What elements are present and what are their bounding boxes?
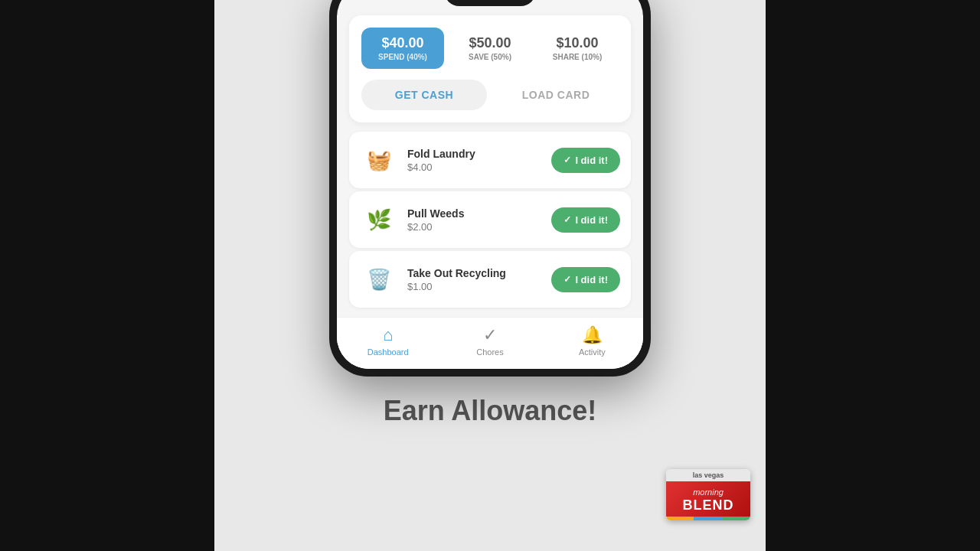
recycling-check-icon: ✓ (564, 274, 571, 285)
fold-laundry-check-icon: ✓ (564, 155, 571, 165)
activity-label: Activity (579, 347, 606, 357)
dashboard-label: Dashboard (368, 347, 409, 357)
get-cash-button[interactable]: GET CASH (361, 80, 487, 110)
share-label: SHARE (10%) (541, 53, 614, 61)
fold-laundry-did-it-label: I did it! (575, 155, 608, 166)
recycling-amount: $1.00 (407, 281, 542, 292)
nav-item-chores[interactable]: ✓ Chores (439, 325, 541, 357)
recycling-icon: 🗑️ (360, 260, 398, 298)
budget-pills: $40.00 SPEND (40%) $50.00 SAVE (50%) $10… (361, 28, 619, 69)
left-black-panel (0, 0, 214, 551)
pull-weeds-check-icon: ✓ (564, 214, 571, 225)
spend-label: SPEND (40%) (366, 53, 439, 61)
nav-item-dashboard[interactable]: ⌂ Dashboard (337, 325, 439, 357)
share-pill[interactable]: $10.00 SHARE (10%) (536, 28, 619, 69)
nav-item-activity[interactable]: 🔔 Activity (541, 325, 643, 357)
fold-laundry-info: Fold Laundry $4.00 (407, 148, 542, 173)
share-amount: $10.00 (541, 35, 614, 51)
activity-icon: 🔔 (582, 325, 603, 345)
recycling-name: Take Out Recycling (407, 267, 542, 279)
chores-label: Chores (476, 347, 503, 357)
recycling-info: Take Out Recycling $1.00 (407, 267, 542, 292)
recycling-did-it-button[interactable]: ✓ I did it! (551, 267, 620, 292)
pull-weeds-did-it-label: I did it! (575, 214, 608, 226)
spend-amount: $40.00 (366, 35, 439, 51)
center-content: $40.00 SPEND (40%) $50.00 SAVE (50%) $10… (214, 0, 766, 551)
action-buttons: GET CASH LOAD CARD (361, 80, 619, 110)
chore-item-pull-weeds: 🌿 Pull Weeds $2.00 ✓ I did it! (349, 191, 631, 248)
earn-allowance-text: Earn Allowance! (384, 395, 597, 427)
lv-badge-stripe (666, 517, 750, 520)
save-label: SAVE (50%) (453, 53, 527, 61)
bottom-nav: ⌂ Dashboard ✓ Chores 🔔 Activity (337, 317, 643, 369)
chore-list: 🧺 Fold Laundry $4.00 ✓ I did it! 🌿 (349, 132, 631, 308)
phone-notch (444, 0, 536, 6)
pull-weeds-name: Pull Weeds (407, 207, 542, 220)
pull-weeds-did-it-button[interactable]: ✓ I did it! (551, 207, 620, 233)
fold-laundry-did-it-button[interactable]: ✓ I did it! (551, 148, 620, 173)
budget-section: $40.00 SPEND (40%) $50.00 SAVE (50%) $10… (349, 15, 631, 122)
fold-laundry-amount: $4.00 (407, 161, 542, 173)
pull-weeds-icon: 🌿 (360, 201, 398, 239)
app-content: $40.00 SPEND (40%) $50.00 SAVE (50%) $10… (337, 15, 643, 369)
phone-frame: $40.00 SPEND (40%) $50.00 SAVE (50%) $10… (329, 0, 651, 377)
dashboard-icon: ⌂ (383, 325, 393, 345)
lv-morning-blend-badge: las vegas morning BLEND (666, 469, 750, 520)
fold-laundry-name: Fold Laundry (407, 148, 542, 160)
chore-item-fold-laundry: 🧺 Fold Laundry $4.00 ✓ I did it! (349, 132, 631, 188)
right-black-panel (766, 0, 980, 551)
pull-weeds-info: Pull Weeds $2.00 (407, 207, 542, 233)
recycling-did-it-label: I did it! (575, 274, 608, 285)
lv-badge-bottom: morning BLEND (666, 481, 750, 517)
chores-icon: ✓ (483, 325, 497, 345)
lv-morning-text: morning (693, 487, 724, 497)
chore-item-recycling: 🗑️ Take Out Recycling $1.00 ✓ I did it! (349, 251, 631, 308)
lv-blend-text: BLEND (672, 498, 744, 512)
lv-badge-top-text: las vegas (666, 469, 750, 481)
save-amount: $50.00 (453, 35, 527, 51)
fold-laundry-icon: 🧺 (360, 141, 398, 179)
phone-screen: $40.00 SPEND (40%) $50.00 SAVE (50%) $10… (337, 0, 643, 369)
pull-weeds-amount: $2.00 (407, 221, 542, 233)
spend-pill[interactable]: $40.00 SPEND (40%) (361, 28, 444, 69)
save-pill[interactable]: $50.00 SAVE (50%) (449, 28, 531, 69)
load-card-button[interactable]: LOAD CARD (493, 80, 619, 110)
